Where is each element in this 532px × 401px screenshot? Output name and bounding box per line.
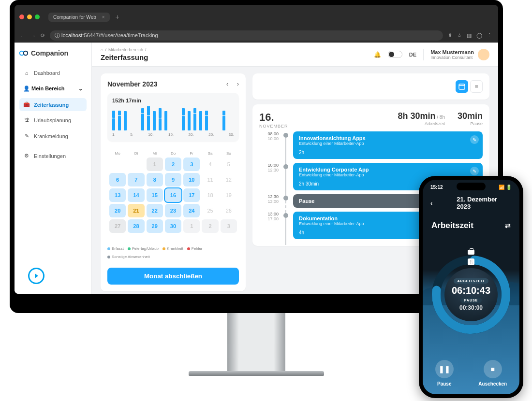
brand[interactable]: Companion (19, 49, 87, 57)
home-icon[interactable]: ⌂ (101, 47, 103, 52)
legend-fehler: Fehler (192, 246, 203, 251)
calendar-day[interactable]: 22 (147, 204, 163, 217)
stop-icon: ■ (484, 360, 502, 378)
chevron-down-icon: ⌄ (78, 86, 83, 92)
calendar: MoDiMiDoFrSaSo 1234567891011121314151617… (107, 146, 239, 238)
calendar-day[interactable]: 28 (128, 219, 144, 233)
calendar-day[interactable]: 30 (165, 219, 181, 233)
calendar-day (109, 158, 126, 171)
briefcase-icon: 🧰 (23, 101, 30, 108)
calendar-day[interactable]: 3 (221, 219, 237, 233)
calendar-day[interactable]: 15 (147, 188, 163, 202)
bookmark-icon[interactable]: ☆ (457, 32, 462, 39)
menu-icon[interactable]: ⋮ (487, 32, 492, 39)
breadcrumb: ⌂ / Mitarbeiterbereich / (101, 47, 148, 52)
swap-icon[interactable]: ⇄ (505, 222, 511, 229)
timeline-dot (283, 164, 288, 169)
calendar-day[interactable]: 3 (183, 158, 200, 171)
extensions-icon[interactable]: ▥ (467, 32, 472, 39)
calendar-day[interactable]: 23 (165, 204, 181, 217)
calendar-day[interactable]: 6 (109, 173, 126, 186)
calendar-day: 5 (221, 158, 237, 171)
sidebar-item-zeiterfassung[interactable]: 🧰 Zeiterfassung (19, 98, 87, 111)
calendar-day[interactable]: 20 (109, 204, 126, 217)
entry-title: Innovationssichtung Apps (299, 135, 477, 141)
calendar-day[interactable]: 27 (109, 219, 126, 233)
brand-label: Companion (31, 49, 68, 57)
phone-device: 15:12 📶 🔋 ‹ 21. Dezember 2023 Arbeitszei… (419, 176, 523, 398)
window-zoom-dot[interactable] (35, 14, 40, 19)
calendar-view-button[interactable] (456, 80, 468, 93)
timeline-row: 08:0010:00✎Innovationssichtung AppsEntwi… (259, 131, 483, 159)
new-tab-button[interactable]: + (116, 13, 119, 21)
calendar-day[interactable]: 13 (109, 188, 126, 202)
browser-tab[interactable]: Companion for Web × (48, 13, 110, 22)
theme-toggle[interactable] (388, 51, 402, 58)
sidebar-item-label: Zeiterfassung (34, 102, 69, 108)
window-close-dot[interactable] (19, 14, 24, 19)
calendar-day: 11 (202, 173, 218, 186)
phone-clock: 15:12 (430, 185, 443, 190)
calendar-day (128, 158, 144, 171)
user-menu[interactable]: Max Mustermann Innovation Consultant (423, 49, 489, 60)
calendar-day[interactable]: 21 (128, 204, 144, 217)
legend-erfasst: Erfasst (112, 246, 124, 251)
url-bar[interactable]: ⓘ localhost:56447/#/userArea/timeTrackin… (50, 30, 443, 41)
phone-pause-button[interactable]: ❚❚ Pause (435, 360, 454, 387)
phone-checkout-label: Auschecken (478, 381, 507, 387)
tab-close-icon[interactable]: × (102, 14, 105, 20)
url-path: :56447/#/userArea/timeTracking (82, 32, 158, 38)
crumb-area[interactable]: Mitarbeiterbereich (108, 47, 143, 52)
entry-title: Entwicklung Corporate App (299, 167, 477, 172)
pill-pause: PAUSE (460, 298, 482, 303)
next-month-button[interactable]: › (237, 81, 239, 87)
phone-notch (457, 183, 486, 190)
nav-forward-icon[interactable]: → (30, 33, 36, 39)
sidebar-item-krankmeldung[interactable]: ✎ Krankmeldung (19, 129, 87, 143)
calendar-day[interactable]: 9 (165, 173, 181, 186)
pause-icon: ❚❚ (435, 360, 454, 378)
sidebar-item-einstellungen[interactable]: ⚙ Einstellungen (19, 149, 87, 162)
calendar-day[interactable]: 1 (183, 219, 200, 233)
calendar-day[interactable]: 8 (147, 173, 163, 186)
calendar-day[interactable]: 10 (183, 173, 200, 186)
phone-checkout-button[interactable]: ■ Auschecken (478, 360, 507, 387)
list-view-button[interactable]: ≡ (470, 80, 483, 93)
nav-reload-icon[interactable]: ⟳ (41, 32, 45, 39)
user-role: Innovation Consultant (430, 55, 474, 60)
nav-back-icon[interactable]: ← (20, 33, 26, 39)
time-range: 12:3013:00 (259, 194, 279, 204)
work-label: Arbeitszeit (398, 121, 445, 126)
calendar-day[interactable]: 17 (183, 188, 200, 202)
phone-back-icon[interactable]: ‹ (430, 200, 432, 207)
phone-date: 21. Dezember 2023 (457, 196, 512, 210)
view-switch-card: ≡ (252, 73, 489, 100)
calendar-day[interactable]: 16 (165, 188, 181, 202)
calendar-day[interactable]: 14 (128, 188, 144, 202)
calendar-day[interactable]: 2 (165, 158, 181, 171)
calendar-day[interactable]: 1 (147, 158, 163, 171)
calendar-day[interactable]: 24 (183, 204, 200, 217)
sidebar-item-label: Mein Bereich (31, 86, 64, 91)
profile-icon[interactable]: ◯ (476, 32, 482, 39)
bell-icon[interactable]: 🔔 (374, 51, 381, 58)
calendar-day[interactable]: 2 (202, 219, 218, 233)
browser-tabbar: Companion for Web × + (15, 5, 498, 29)
start-tracking-fab[interactable] (28, 268, 44, 284)
calendar-day[interactable]: 29 (147, 219, 163, 233)
legend-sonstige: Sonstige Abwesenheit (112, 255, 150, 259)
work-of: / 8h (436, 115, 445, 120)
language-switch[interactable]: DE (409, 52, 416, 57)
window-minimize-dot[interactable] (27, 14, 32, 19)
sidebar-item-urlaubsplanung[interactable]: 🏝 Urlaubsplanung (19, 114, 87, 127)
pill-work: ARBEITSZEIT (454, 278, 489, 284)
prev-month-button[interactable]: ‹ (226, 81, 228, 87)
time-entry[interactable]: ✎Innovationssichtung AppsEntwicklung ein… (293, 131, 483, 159)
phone-pause-label: Pause (437, 381, 451, 387)
share-icon[interactable]: ⇪ (448, 32, 452, 39)
sidebar-item-dashboard[interactable]: ⌂ Dashboard (19, 67, 87, 79)
sidebar-section-mein-bereich[interactable]: 👤 Mein Bereich ⌄ (19, 82, 87, 95)
entry-duration: 2h (299, 150, 477, 155)
calendar-day[interactable]: 7 (128, 173, 144, 186)
submit-month-button[interactable]: Monat abschließen (107, 268, 239, 285)
